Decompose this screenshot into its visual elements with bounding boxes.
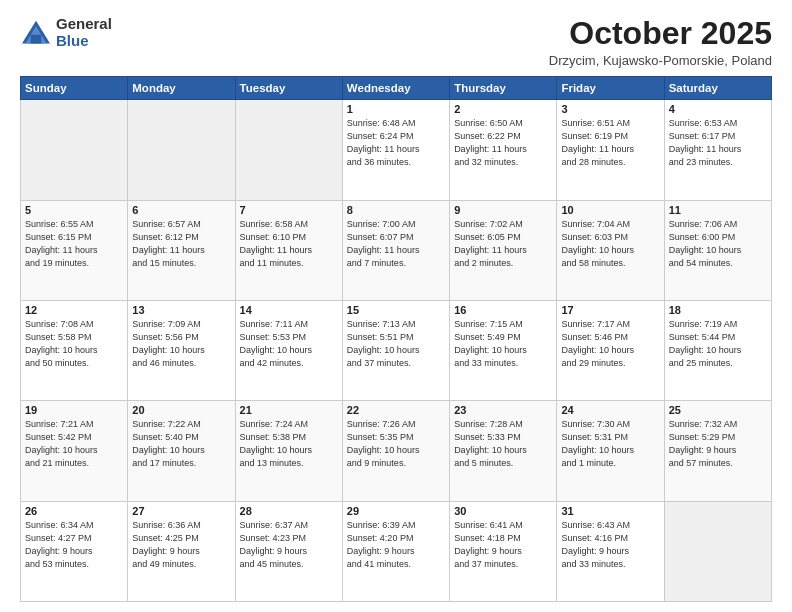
day-info: Sunrise: 6:41 AMSunset: 4:18 PMDaylight:… — [454, 519, 552, 571]
day-info: Sunrise: 7:17 AMSunset: 5:46 PMDaylight:… — [561, 318, 659, 370]
calendar-table: Sunday Monday Tuesday Wednesday Thursday… — [20, 76, 772, 602]
calendar-cell — [128, 100, 235, 200]
day-info: Sunrise: 7:28 AMSunset: 5:33 PMDaylight:… — [454, 418, 552, 470]
logo-text: General Blue — [56, 16, 112, 49]
calendar-cell: 18Sunrise: 7:19 AMSunset: 5:44 PMDayligh… — [664, 300, 771, 400]
calendar-cell: 15Sunrise: 7:13 AMSunset: 5:51 PMDayligh… — [342, 300, 449, 400]
col-saturday: Saturday — [664, 77, 771, 100]
logo-icon — [20, 19, 52, 47]
col-tuesday: Tuesday — [235, 77, 342, 100]
calendar-cell: 5Sunrise: 6:55 AMSunset: 6:15 PMDaylight… — [21, 200, 128, 300]
calendar-cell: 23Sunrise: 7:28 AMSunset: 5:33 PMDayligh… — [450, 401, 557, 501]
logo-blue: Blue — [56, 33, 112, 50]
day-number: 9 — [454, 204, 552, 216]
day-number: 21 — [240, 404, 338, 416]
calendar-cell: 25Sunrise: 7:32 AMSunset: 5:29 PMDayligh… — [664, 401, 771, 501]
logo: General Blue — [20, 16, 112, 49]
day-info: Sunrise: 7:26 AMSunset: 5:35 PMDaylight:… — [347, 418, 445, 470]
day-info: Sunrise: 6:39 AMSunset: 4:20 PMDaylight:… — [347, 519, 445, 571]
day-info: Sunrise: 6:34 AMSunset: 4:27 PMDaylight:… — [25, 519, 123, 571]
day-number: 12 — [25, 304, 123, 316]
calendar-cell: 4Sunrise: 6:53 AMSunset: 6:17 PMDaylight… — [664, 100, 771, 200]
calendar-week-1: 1Sunrise: 6:48 AMSunset: 6:24 PMDaylight… — [21, 100, 772, 200]
day-info: Sunrise: 6:53 AMSunset: 6:17 PMDaylight:… — [669, 117, 767, 169]
day-info: Sunrise: 7:30 AMSunset: 5:31 PMDaylight:… — [561, 418, 659, 470]
calendar-cell: 31Sunrise: 6:43 AMSunset: 4:16 PMDayligh… — [557, 501, 664, 601]
day-number: 26 — [25, 505, 123, 517]
calendar-cell: 29Sunrise: 6:39 AMSunset: 4:20 PMDayligh… — [342, 501, 449, 601]
day-number: 16 — [454, 304, 552, 316]
day-number: 3 — [561, 103, 659, 115]
calendar-week-3: 12Sunrise: 7:08 AMSunset: 5:58 PMDayligh… — [21, 300, 772, 400]
day-info: Sunrise: 7:09 AMSunset: 5:56 PMDaylight:… — [132, 318, 230, 370]
day-info: Sunrise: 7:00 AMSunset: 6:07 PMDaylight:… — [347, 218, 445, 270]
day-number: 13 — [132, 304, 230, 316]
col-wednesday: Wednesday — [342, 77, 449, 100]
day-number: 11 — [669, 204, 767, 216]
calendar-week-2: 5Sunrise: 6:55 AMSunset: 6:15 PMDaylight… — [21, 200, 772, 300]
calendar-week-4: 19Sunrise: 7:21 AMSunset: 5:42 PMDayligh… — [21, 401, 772, 501]
day-info: Sunrise: 6:43 AMSunset: 4:16 PMDaylight:… — [561, 519, 659, 571]
day-info: Sunrise: 7:24 AMSunset: 5:38 PMDaylight:… — [240, 418, 338, 470]
day-info: Sunrise: 6:48 AMSunset: 6:24 PMDaylight:… — [347, 117, 445, 169]
calendar-cell: 26Sunrise: 6:34 AMSunset: 4:27 PMDayligh… — [21, 501, 128, 601]
day-number: 24 — [561, 404, 659, 416]
day-info: Sunrise: 7:08 AMSunset: 5:58 PMDaylight:… — [25, 318, 123, 370]
title-block: October 2025 Drzycim, Kujawsko-Pomorskie… — [549, 16, 772, 68]
day-info: Sunrise: 7:32 AMSunset: 5:29 PMDaylight:… — [669, 418, 767, 470]
calendar-cell: 6Sunrise: 6:57 AMSunset: 6:12 PMDaylight… — [128, 200, 235, 300]
calendar-cell: 8Sunrise: 7:00 AMSunset: 6:07 PMDaylight… — [342, 200, 449, 300]
day-info: Sunrise: 6:37 AMSunset: 4:23 PMDaylight:… — [240, 519, 338, 571]
header: General Blue October 2025 Drzycim, Kujaw… — [20, 16, 772, 68]
calendar-cell: 24Sunrise: 7:30 AMSunset: 5:31 PMDayligh… — [557, 401, 664, 501]
day-info: Sunrise: 7:19 AMSunset: 5:44 PMDaylight:… — [669, 318, 767, 370]
month-title: October 2025 — [549, 16, 772, 51]
day-number: 28 — [240, 505, 338, 517]
day-number: 14 — [240, 304, 338, 316]
col-thursday: Thursday — [450, 77, 557, 100]
day-info: Sunrise: 6:50 AMSunset: 6:22 PMDaylight:… — [454, 117, 552, 169]
day-info: Sunrise: 7:04 AMSunset: 6:03 PMDaylight:… — [561, 218, 659, 270]
calendar-cell: 27Sunrise: 6:36 AMSunset: 4:25 PMDayligh… — [128, 501, 235, 601]
day-number: 8 — [347, 204, 445, 216]
col-sunday: Sunday — [21, 77, 128, 100]
day-info: Sunrise: 6:58 AMSunset: 6:10 PMDaylight:… — [240, 218, 338, 270]
day-number: 10 — [561, 204, 659, 216]
col-monday: Monday — [128, 77, 235, 100]
calendar-cell: 28Sunrise: 6:37 AMSunset: 4:23 PMDayligh… — [235, 501, 342, 601]
day-info: Sunrise: 6:36 AMSunset: 4:25 PMDaylight:… — [132, 519, 230, 571]
day-number: 31 — [561, 505, 659, 517]
calendar-cell: 22Sunrise: 7:26 AMSunset: 5:35 PMDayligh… — [342, 401, 449, 501]
day-number: 30 — [454, 505, 552, 517]
day-number: 23 — [454, 404, 552, 416]
logo-general: General — [56, 16, 112, 33]
calendar-cell — [235, 100, 342, 200]
day-info: Sunrise: 7:02 AMSunset: 6:05 PMDaylight:… — [454, 218, 552, 270]
day-info: Sunrise: 7:06 AMSunset: 6:00 PMDaylight:… — [669, 218, 767, 270]
calendar-cell: 10Sunrise: 7:04 AMSunset: 6:03 PMDayligh… — [557, 200, 664, 300]
calendar-cell: 7Sunrise: 6:58 AMSunset: 6:10 PMDaylight… — [235, 200, 342, 300]
day-info: Sunrise: 7:15 AMSunset: 5:49 PMDaylight:… — [454, 318, 552, 370]
day-info: Sunrise: 7:21 AMSunset: 5:42 PMDaylight:… — [25, 418, 123, 470]
calendar-cell: 1Sunrise: 6:48 AMSunset: 6:24 PMDaylight… — [342, 100, 449, 200]
calendar-cell: 30Sunrise: 6:41 AMSunset: 4:18 PMDayligh… — [450, 501, 557, 601]
col-friday: Friday — [557, 77, 664, 100]
calendar-cell: 3Sunrise: 6:51 AMSunset: 6:19 PMDaylight… — [557, 100, 664, 200]
day-number: 25 — [669, 404, 767, 416]
calendar-header-row: Sunday Monday Tuesday Wednesday Thursday… — [21, 77, 772, 100]
calendar-cell: 17Sunrise: 7:17 AMSunset: 5:46 PMDayligh… — [557, 300, 664, 400]
svg-rect-2 — [31, 34, 42, 43]
calendar-cell: 12Sunrise: 7:08 AMSunset: 5:58 PMDayligh… — [21, 300, 128, 400]
day-number: 15 — [347, 304, 445, 316]
calendar-cell — [21, 100, 128, 200]
calendar-week-5: 26Sunrise: 6:34 AMSunset: 4:27 PMDayligh… — [21, 501, 772, 601]
day-info: Sunrise: 7:11 AMSunset: 5:53 PMDaylight:… — [240, 318, 338, 370]
calendar-cell: 9Sunrise: 7:02 AMSunset: 6:05 PMDaylight… — [450, 200, 557, 300]
calendar-cell: 20Sunrise: 7:22 AMSunset: 5:40 PMDayligh… — [128, 401, 235, 501]
day-info: Sunrise: 7:13 AMSunset: 5:51 PMDaylight:… — [347, 318, 445, 370]
day-number: 4 — [669, 103, 767, 115]
location-subtitle: Drzycim, Kujawsko-Pomorskie, Poland — [549, 53, 772, 68]
calendar-cell — [664, 501, 771, 601]
day-info: Sunrise: 6:51 AMSunset: 6:19 PMDaylight:… — [561, 117, 659, 169]
day-number: 19 — [25, 404, 123, 416]
